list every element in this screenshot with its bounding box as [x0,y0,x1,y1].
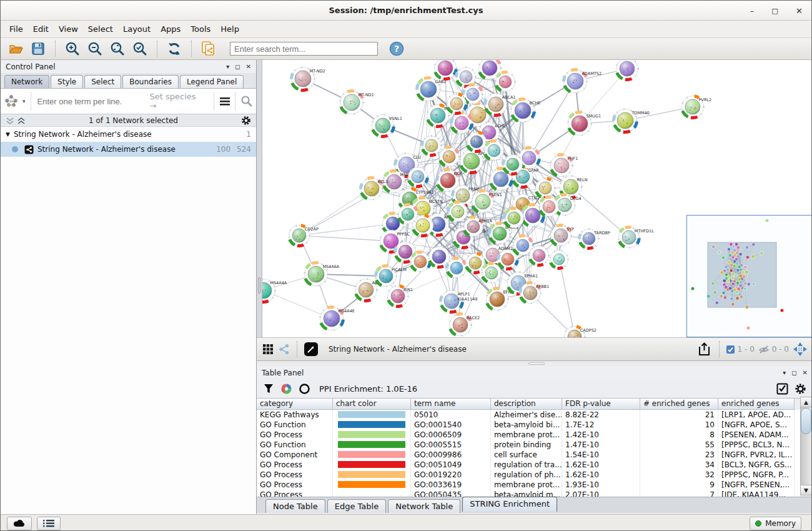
table-row[interactable]: GO ProcessGO:0050435beta-amyloid m...2.0… [257,490,800,497]
zoom-out-button[interactable] [85,39,105,58]
network-node-mt-nd1[interactable]: MT-ND1 [340,91,374,114]
search-input[interactable] [230,42,378,56]
network-node[interactable] [435,60,457,79]
panel-splitter[interactable] [257,60,262,338]
tab-edge-table[interactable]: Edge Table [327,499,386,513]
network-node[interactable] [485,141,504,160]
network-node[interactable] [540,197,559,216]
network-node-bche[interactable]: BCHE [512,99,541,122]
network-node-bace2[interactable]: BACE2 [450,314,480,336]
column-header--enriched-genes[interactable]: # enriched genes [640,399,718,410]
menu-item-view[interactable]: View [54,22,83,36]
task-history-button[interactable] [37,517,61,530]
horizontal-splitter[interactable] [257,361,812,366]
network-node[interactable] [408,167,428,187]
minimize-icon[interactable]: – [750,6,755,16]
network-node-vsnl1[interactable]: VSNL1 [372,115,402,137]
network-node[interactable] [550,251,568,269]
network-node[interactable] [482,263,502,282]
gear-icon[interactable] [241,116,251,126]
tab-boundaries[interactable]: Boundaries [122,75,179,88]
column-header-chart-color[interactable]: chart color [333,399,411,410]
network-node[interactable] [513,236,533,255]
scrollbar-thumb[interactable] [801,408,811,434]
menu-item-tools[interactable]: Tools [186,22,215,36]
network-node[interactable] [411,252,430,271]
set-species-hint[interactable]: Set species → [150,92,204,111]
network-node-phf1[interactable]: PHF1 [551,155,578,177]
network-node-cd2ap[interactable]: CD2AP [289,226,319,246]
help-button[interactable]: ? [387,39,407,58]
scroll-down-icon[interactable]: ▼ [801,485,811,495]
network-node[interactable] [467,132,487,152]
tab-style[interactable]: Style [51,75,83,88]
string-term-input[interactable] [35,97,150,106]
network-node[interactable] [496,72,515,91]
network-node[interactable] [399,204,418,224]
tab-network-table[interactable]: Network Table [388,499,460,513]
network-node[interactable] [451,113,472,134]
tab-legend-panel[interactable]: Legend Panel [180,75,244,88]
column-header-term-name[interactable]: term name [411,399,491,410]
network-node-gab2[interactable]: GAB2 [417,77,446,101]
cloud-tasks-button[interactable] [7,517,32,530]
birds-eye-view[interactable] [686,215,812,337]
table-row[interactable]: GO ProcessGO:0006509membrane prot...1.42… [257,430,800,440]
network-node-aplp1[interactable]: APLP1KIAA1149 [440,290,477,312]
network-collection-row[interactable]: ▼ String Network - Alzheimer's disease 1 [1,127,256,142]
network-node-smug1[interactable]: SMUG1 [568,112,602,135]
column-header-description[interactable]: description [491,399,562,410]
save-session-button[interactable] [28,39,48,58]
hidden-eye-icon[interactable] [758,345,770,354]
network-node-mthfd1l[interactable]: MTHFD1L [619,227,655,248]
menu-item-apps[interactable]: Apps [156,22,186,36]
tab-network[interactable]: Network [4,75,49,88]
tab-node-table[interactable]: Node Table [265,499,325,513]
network-node[interactable] [616,60,638,80]
expand-all-icon[interactable] [17,116,26,125]
table-row[interactable]: GO ProcessGO:0019220regulation of ph...1… [257,470,800,480]
tab-select[interactable]: Select [84,75,121,88]
panel-menu-icon[interactable]: ▾ [783,369,786,376]
network-node-syp[interactable]: SYP [551,226,574,246]
network-node[interactable] [422,136,441,156]
tab-string-enrichment[interactable]: STRING Enrichment [462,497,557,512]
chart-settings-icon[interactable] [280,383,292,395]
network-node-picalm[interactable]: PICALM [375,266,406,287]
string-logo-icon[interactable]: STRING [3,93,21,109]
network-node[interactable] [447,94,467,114]
network-from-file-button[interactable] [199,39,219,58]
filter-icon[interactable] [263,383,274,394]
column-header-category[interactable]: category [257,399,333,410]
network-node-bin1[interactable]: BIN1 [388,286,413,307]
network-node-adamts2[interactable]: ADAMTS2 [563,69,602,92]
options-menu-icon[interactable] [218,96,231,107]
table-row[interactable]: GO FunctionGO:0001540beta-amyloid bi...1… [257,420,800,430]
grid-view-icon[interactable] [262,343,274,355]
maximize-icon[interactable]: ◻ [771,6,778,16]
network-node-ms4a4e[interactable]: MS4A4E [320,307,355,330]
memory-button[interactable]: Memory [750,517,801,530]
column-header-FDR-p-value[interactable]: FDR p-value [562,399,640,410]
network-node[interactable] [503,155,522,174]
panel-close-icon[interactable]: ✕ [803,369,808,376]
select-columns-icon[interactable] [776,383,788,395]
chevron-down-icon[interactable]: ▾ [22,98,26,104]
column-header-enriched-genes[interactable]: enriched genes [718,399,795,410]
panel-close-icon[interactable]: ✕ [246,63,251,70]
table-row[interactable]: GO ProcessGO:0051049regulation of tra...… [257,460,800,470]
close-icon[interactable]: ✕ [796,6,803,16]
remove-chart-icon[interactable] [299,383,310,395]
search-icon[interactable] [239,95,254,107]
network-node[interactable] [448,202,467,221]
panel-float-icon[interactable]: ◻ [235,63,240,70]
network-node-cadps2[interactable]: CADPS2 [565,327,597,339]
table-row[interactable]: KEGG Pathways05010Alzheimer's dise...8.8… [257,410,800,420]
panel-menu-icon[interactable]: ▾ [226,63,229,70]
network-node-pvrl2[interactable]: PVRL2 [682,96,712,118]
network-node[interactable] [530,246,549,266]
menu-item-edit[interactable]: Edit [28,22,54,36]
export-network-icon[interactable] [696,342,713,357]
selected-checkbox-icon[interactable] [726,345,735,354]
gear-icon[interactable] [795,383,806,395]
